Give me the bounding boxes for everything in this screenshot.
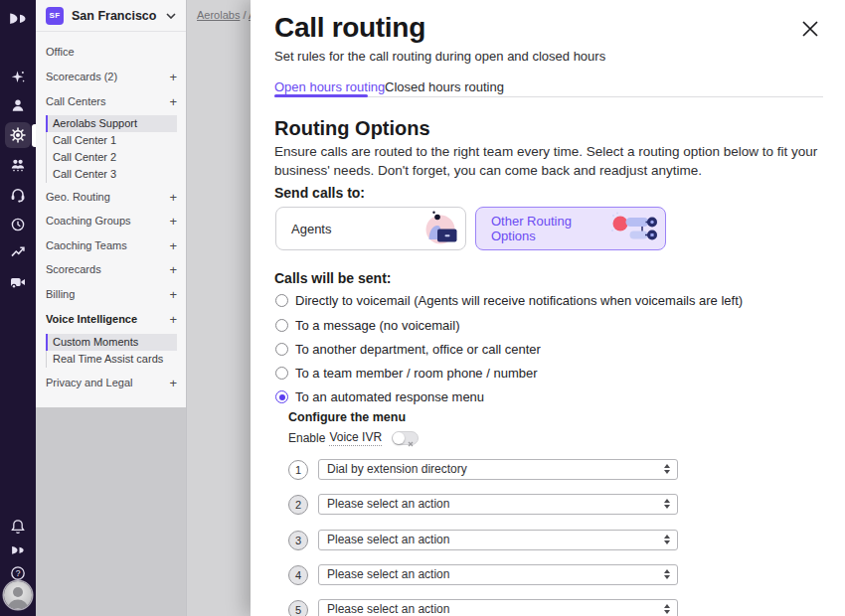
- dialpad-logo-icon[interactable]: [0, 9, 36, 29]
- expand-icon: +: [169, 375, 177, 391]
- sidebar-item-coaching-teams[interactable]: Caoching Teams+: [36, 237, 186, 254]
- headset-icon[interactable]: [0, 185, 36, 205]
- sidebar-item-billing[interactable]: Billing+: [36, 286, 186, 303]
- sidebar-subitem-real-time-assist-cards[interactable]: Real Time Assist cards: [46, 351, 177, 368]
- brand-mark-icon[interactable]: [0, 540, 36, 560]
- expand-icon: +: [169, 311, 177, 328]
- routing-card-agents-label: Agents: [276, 222, 414, 236]
- routing-card-other-options[interactable]: Other Routing Options: [475, 207, 666, 250]
- ivr-menu-row-1: 1 Dial by extension directory: [288, 459, 678, 480]
- send-calls-to-label: Send calls to:: [274, 185, 365, 201]
- breadcrumb-separator: /: [240, 9, 249, 21]
- sidebar-item-voice-intelligence[interactable]: Voice Intelligence+: [36, 311, 186, 328]
- action-select-2[interactable]: Please select an action: [318, 494, 678, 515]
- sidebar-subitem-custom-moments[interactable]: Custom Moments: [46, 334, 177, 351]
- ivr-menu-row-5: 5 Please select an action: [288, 599, 678, 616]
- voice-ivr-term[interactable]: Voice IVR: [329, 430, 382, 446]
- app-rail: ?: [0, 0, 36, 616]
- routing-card-other-options-label: Other Routing Options: [476, 214, 609, 243]
- close-icon[interactable]: [801, 20, 819, 38]
- settings-icon[interactable]: [5, 122, 31, 148]
- call-history-icon[interactable]: [0, 215, 36, 234]
- user-avatar[interactable]: [4, 581, 32, 609]
- expand-icon: +: [169, 93, 177, 110]
- routing-card-agents[interactable]: Agents: [275, 207, 466, 250]
- modal-subtitle: Set rules for the call routing during op…: [274, 49, 605, 64]
- enable-label: Enable: [288, 431, 325, 445]
- radio-automated-response-menu[interactable]: To an automated response menu: [275, 389, 484, 404]
- sidebar-subitem-call-center-2[interactable]: Call Center 2: [46, 149, 177, 166]
- sidebar-subitem-aerolabs-support[interactable]: Aerolabs Support: [46, 115, 177, 132]
- configure-menu-heading: Configure the menu: [288, 410, 406, 424]
- workspace-name: San Francisco: [72, 9, 158, 23]
- expand-icon: +: [169, 213, 177, 230]
- admin-sidebar: SF San Francisco Office Scorecards (2)+ …: [36, 0, 187, 616]
- radio-team-member[interactable]: To a team member / room phone / number: [275, 366, 538, 381]
- ivr-menu-row-4: 4 Please select an action: [288, 564, 678, 585]
- expand-icon: +: [169, 189, 177, 206]
- agent-groups-icon[interactable]: [0, 155, 36, 175]
- select-spinner-icon: [664, 464, 670, 474]
- action-select-5[interactable]: Please select an action: [318, 599, 678, 616]
- menu-key-1: 1: [288, 460, 308, 480]
- enable-voice-ivr-row: Enable Voice IVR: [288, 430, 419, 446]
- sidebar-item-scorecards-2[interactable]: Scorecards (2)+: [36, 69, 186, 85]
- select-spinner-icon: [664, 569, 670, 579]
- voice-ivr-toggle[interactable]: [392, 431, 419, 445]
- chevron-down-icon: [166, 13, 176, 19]
- call-routing-modal: Call routing Set rules for the call rout…: [251, 0, 845, 616]
- dimmed-backdrop: Aerolabs / Adm: [187, 0, 251, 616]
- sidebar-item-scorecards[interactable]: Scorecards+: [36, 261, 186, 278]
- ai-sparkles-icon[interactable]: [0, 68, 36, 87]
- notifications-icon[interactable]: [0, 517, 36, 537]
- other-routing-illustration-icon: [609, 211, 659, 246]
- radio-selected-icon: [275, 390, 288, 403]
- radio-to-a-message[interactable]: To a message (no voicemail): [275, 318, 459, 333]
- analytics-icon[interactable]: [0, 241, 36, 261]
- radio-icon: [275, 319, 288, 332]
- sidebar-subitem-call-center-3[interactable]: Call Center 3: [46, 166, 177, 183]
- action-select-3[interactable]: Please select an action: [318, 530, 678, 550]
- ivr-menu-row-3: 3 Please select an action: [288, 530, 678, 550]
- sidebar-item-privacy-and-legal[interactable]: Privacy and Legal+: [36, 375, 186, 391]
- workspace-badge: SF: [46, 7, 64, 25]
- toggle-knob: [393, 432, 405, 444]
- radio-directly-to-voicemail[interactable]: Directly to voicemail (Agents will recei…: [275, 293, 743, 308]
- help-glyph: ?: [16, 568, 21, 578]
- radio-another-department[interactable]: To another department, office or call ce…: [275, 342, 541, 357]
- toggle-off-x-icon: [408, 436, 414, 450]
- radio-icon: [275, 367, 288, 380]
- meetings-icon[interactable]: [0, 272, 36, 292]
- sidebar-item-coaching-groups[interactable]: Coaching Groups+: [36, 213, 186, 230]
- sidebar-item-call-centers[interactable]: Call Centers+: [36, 93, 186, 110]
- menu-key-4: 4: [288, 565, 308, 585]
- modal-title: Call routing: [274, 12, 425, 44]
- sidebar-subitem-call-center-1[interactable]: Call Center 1: [46, 132, 177, 149]
- select-spinner-icon: [664, 604, 670, 614]
- sidebar-item-geo-routing[interactable]: Geo. Routing+: [36, 189, 186, 206]
- expand-icon: +: [169, 69, 177, 85]
- select-spinner-icon: [664, 499, 670, 509]
- menu-key-2: 2: [288, 495, 308, 515]
- radio-icon: [275, 294, 288, 307]
- ivr-menu-row-2: 2 Please select an action: [288, 494, 678, 515]
- routing-options-heading: Routing Options: [274, 117, 430, 140]
- breadcrumb-link-aerolabs[interactable]: Aerolabs: [197, 9, 240, 21]
- routing-options-description: Ensure calls are routed to the right tea…: [274, 142, 827, 180]
- action-select-1[interactable]: Dial by extension directory: [318, 459, 678, 480]
- expand-icon: +: [169, 237, 177, 254]
- contacts-icon[interactable]: [0, 95, 36, 115]
- radio-icon: [275, 343, 288, 356]
- workspace-switcher[interactable]: SF San Francisco: [36, 0, 186, 32]
- menu-key-3: 3: [288, 531, 308, 550]
- app-screen: ? SF San Francisco Office Scorecards (2)…: [0, 0, 845, 616]
- active-nav-indicator: [32, 124, 36, 147]
- tab-closed-hours-routing[interactable]: Closed hours routing: [385, 79, 504, 94]
- action-select-4[interactable]: Please select an action: [318, 564, 678, 585]
- help-icon[interactable]: ?: [0, 563, 36, 583]
- sidebar-item-office[interactable]: Office: [36, 44, 186, 61]
- agents-illustration-icon: [414, 209, 459, 248]
- sidebar-panel: SF San Francisco Office Scorecards (2)+ …: [36, 0, 186, 407]
- tab-open-hours-routing[interactable]: Open hours routing: [274, 79, 385, 94]
- menu-key-5: 5: [288, 600, 308, 616]
